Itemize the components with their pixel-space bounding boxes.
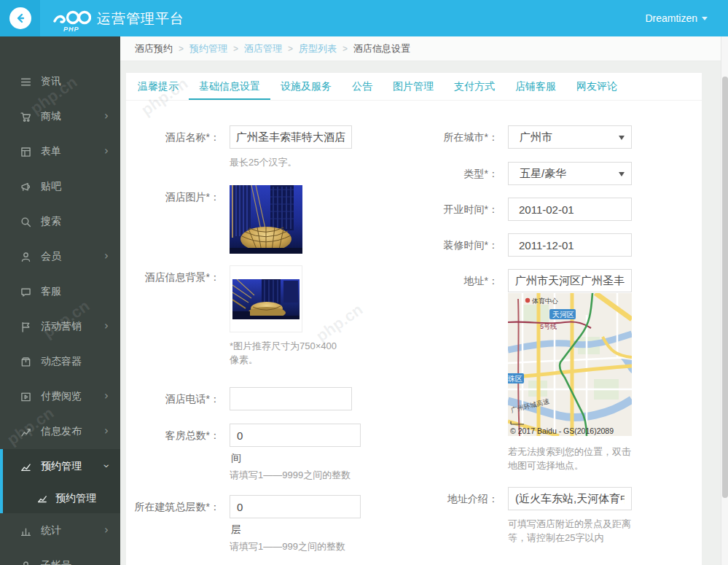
sidebar-subitem-label: 预约管理: [55, 492, 96, 505]
tab-payment[interactable]: 支付方式: [444, 73, 505, 100]
back-arrow-icon: [9, 7, 31, 29]
sidebar-item-label: 预约管理: [41, 460, 82, 473]
open-date-input[interactable]: [508, 198, 632, 221]
room-total-unit: 间: [231, 452, 361, 465]
sidebar-item-label: 付费阅览: [41, 390, 82, 403]
breadcrumb-separator: >: [288, 44, 293, 54]
chevron-right-icon: ›: [104, 109, 109, 122]
user-icon: [20, 560, 31, 565]
app-header: PHP 运营管理平台 Dreamtizen: [0, 0, 728, 36]
news-list-icon: [20, 76, 31, 87]
chevron-right-icon: ›: [104, 249, 109, 262]
floor-total-input[interactable]: [230, 495, 361, 518]
breadcrumb-item: 酒店预约: [135, 42, 173, 55]
bar-chart-icon: [20, 525, 31, 537]
sidebar-subitem-reservation[interactable]: 预约管理: [3, 484, 120, 513]
map-copyright: © 2017 Baidu - GS(2016)2089: [510, 426, 614, 435]
cloud-logo-icon: PHP: [53, 7, 91, 30]
sidebar-item-label: 资讯: [41, 75, 61, 88]
type-select-value: 五星/豪华: [520, 167, 566, 181]
sidebar-item-container[interactable]: 动态容器: [0, 344, 120, 379]
hotel-info-form: 酒店名称*： 最长25个汉字。 酒店图片*：: [126, 101, 702, 553]
hotel-name-input[interactable]: [230, 125, 352, 149]
user-menu[interactable]: Dreamtizen: [645, 12, 708, 24]
floor-total-label: 所在建筑总层数*：: [133, 495, 230, 515]
hotel-bg-label: 酒店信息背景*：: [133, 265, 230, 285]
open-date-label: 开业时间*：: [415, 198, 508, 221]
chevron-down-icon: ›: [100, 464, 113, 468]
sidebar-item-mall[interactable]: 商城 ›: [0, 99, 120, 134]
map-district2-badge: 珠区: [508, 373, 524, 383]
sidebar-item-reservation[interactable]: 预约管理 ›: [3, 449, 120, 484]
breadcrumb-current: 酒店信息设置: [353, 42, 410, 55]
baidu-map[interactable]: 体育中心 天河区 5号线 珠区 广州环城高速: [508, 293, 632, 436]
sidebar-item-label: 动态容器: [41, 355, 82, 368]
sidebar-item-statistics[interactable]: 统计 ›: [0, 513, 120, 548]
hotel-phone-input[interactable]: [230, 387, 352, 410]
sidebar-item-forms[interactable]: 表单 ›: [0, 134, 120, 169]
tab-comments[interactable]: 网友评论: [566, 73, 627, 100]
address-intro-label: 地址介绍：: [415, 487, 508, 510]
chevron-right-icon: ›: [104, 424, 109, 437]
sidebar-item-tieba[interactable]: 贴吧: [0, 169, 120, 204]
sidebar-item-label: 贴吧: [41, 180, 61, 193]
tab-warm-tips[interactable]: 温馨提示: [128, 73, 189, 100]
breadcrumb: 酒店预约 > 预约管理 > 酒店管理 > 房型列表 > 酒店信息设置: [120, 36, 728, 61]
room-total-label: 客房总数*：: [133, 424, 230, 447]
sidebar-item-label: 表单: [41, 145, 61, 158]
trend-chart-icon: [20, 461, 31, 472]
map-help-text: 若无法搜索到您的位置，双击地图可选择地点。: [508, 445, 638, 472]
breadcrumb-link-booking-mgmt[interactable]: 预约管理: [189, 42, 227, 55]
sidebar-group-reservation: 预约管理 › 预约管理: [0, 449, 120, 513]
type-select[interactable]: 五星/豪华: [508, 162, 632, 185]
user-menu-label: Dreamtizen: [645, 12, 697, 24]
app-logo: PHP 运营管理平台: [53, 7, 184, 30]
vertical-scrollbar[interactable]: [721, 36, 728, 565]
main-content: 酒店预约 > 预约管理 > 酒店管理 > 房型列表 > 酒店信息设置 温馨提示 …: [120, 36, 728, 565]
tab-image-mgmt[interactable]: 图片管理: [383, 73, 444, 100]
hotel-phone-label: 酒店电话*：: [133, 387, 230, 410]
tab-basic-info[interactable]: 基础信息设置: [189, 73, 270, 100]
hotel-image-thumbnail[interactable]: [230, 185, 302, 254]
select-caret-icon: [619, 136, 625, 140]
sidebar-item-members[interactable]: 会员 ›: [0, 239, 120, 274]
room-total-input[interactable]: [230, 424, 361, 447]
breadcrumb-separator: >: [233, 44, 238, 54]
tab-facilities[interactable]: 设施及服务: [270, 73, 342, 100]
sidebar-item-search[interactable]: 搜索: [0, 204, 120, 239]
sidebar-item-label: 会员: [41, 250, 61, 263]
back-button[interactable]: [0, 0, 40, 36]
trend-chart-icon: [36, 493, 48, 504]
tab-announcement[interactable]: 公告: [342, 73, 383, 100]
scrollbar-thumb[interactable]: [722, 77, 728, 498]
tab-shop-service[interactable]: 店铺客服: [505, 73, 566, 100]
type-label: 类型*：: [415, 162, 508, 185]
address-input[interactable]: [508, 269, 632, 292]
floor-total-help: 请填写1——999之间的整数: [230, 539, 361, 553]
sidebar-item-subaccount[interactable]: 子帐号: [0, 548, 120, 565]
sidebar-item-label: 客服: [41, 285, 61, 298]
renovate-date-input[interactable]: [508, 233, 632, 257]
sidebar-item-paid-reading[interactable]: 付费阅览 ›: [0, 379, 120, 414]
chevron-right-icon: ›: [104, 523, 109, 537]
form-icon: [20, 146, 31, 157]
chevron-right-icon: ›: [104, 389, 109, 402]
sidebar-item-service[interactable]: 客服: [0, 274, 120, 309]
city-select-value: 广州市: [520, 130, 552, 144]
sidebar-item-news[interactable]: 资讯: [0, 64, 120, 99]
hotel-bg-thumbnail[interactable]: [230, 265, 302, 332]
chat-bubble-icon: [20, 286, 31, 297]
map-district-badge: 天河区: [549, 309, 576, 319]
hotel-image-label: 酒店图片*：: [133, 185, 230, 209]
sidebar-item-label: 信息发布: [41, 425, 82, 438]
address-intro-input[interactable]: [508, 487, 632, 510]
room-total-help: 请填写1——9999之间的整数: [230, 468, 361, 482]
city-label: 所在城市*：: [415, 125, 508, 149]
sidebar-item-publishing[interactable]: 信息发布 ›: [0, 414, 120, 449]
city-select[interactable]: 广州市: [508, 125, 632, 149]
chevron-down-icon: [702, 17, 708, 20]
sidebar-item-marketing[interactable]: 活动营销 ›: [0, 309, 120, 344]
breadcrumb-link-roomtype-list[interactable]: 房型列表: [299, 42, 337, 55]
select-caret-icon: [619, 172, 625, 176]
breadcrumb-link-hotel-mgmt[interactable]: 酒店管理: [244, 42, 282, 55]
